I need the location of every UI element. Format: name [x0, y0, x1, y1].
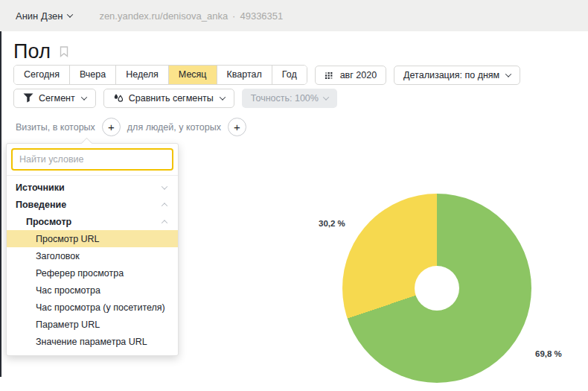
segment-label: Сегмент [39, 93, 75, 104]
people-condition-label: для людей, у которых [127, 122, 221, 133]
detalization-label: Детализация: по дням [403, 70, 499, 80]
list-item-label: Заголовок [36, 251, 80, 261]
counter-switcher[interactable]: Анин Дзен [16, 10, 72, 22]
title-row: Пол [13, 40, 68, 63]
counter-name: Анин Дзен [16, 10, 63, 22]
list-item[interactable]: Реферер просмотра [7, 264, 178, 282]
chevron-up-icon [162, 203, 167, 209]
list-item[interactable]: Час просмотра (у посетителя) [7, 299, 178, 316]
list-item-label: Реферер просмотра [36, 268, 124, 279]
list-item-label: Значение параметра URL [36, 337, 147, 347]
list-item[interactable]: Параметр URL [7, 316, 178, 333]
window-left-edge [0, 0, 1, 377]
tab-yesterday[interactable]: Вчера [69, 66, 115, 84]
date-range-label: авг 2020 [340, 70, 377, 80]
chevron-down-icon [80, 94, 86, 100]
list-item[interactable]: Значение параметра URL [7, 333, 178, 350]
accuracy-label: Точность: 100% [251, 93, 319, 104]
tab-month[interactable]: Месяц [168, 66, 217, 84]
accuracy-button[interactable]: Точность: 100% [242, 89, 337, 108]
detalization-button[interactable]: Детализация: по дням [394, 66, 520, 85]
list-item-label: Источники [16, 182, 65, 193]
dot-separator: · [232, 10, 235, 22]
tab-today[interactable]: Сегодня [14, 66, 69, 84]
gender-donut-chart[interactable] [342, 194, 531, 383]
metrica-report-page: Анин Дзен zen.yandex.ru/denisova_anka · … [0, 0, 588, 391]
segment-button[interactable]: Сегмент [13, 89, 96, 108]
list-item-label: Просмотр URL [36, 234, 100, 244]
list-item-label: Параметр URL [36, 320, 100, 330]
add-people-condition-button[interactable]: + [228, 118, 246, 136]
list-item-label: Просмотр [26, 217, 71, 227]
slice-label-green: 69,8 % [535, 349, 562, 358]
period-row: Сегодня Вчера Неделя Месяц Квартал Год а… [13, 65, 520, 85]
list-item-label: Час просмотра (у посетителя) [36, 302, 165, 313]
list-item-label: Поведение [16, 200, 66, 210]
chevron-down-icon [67, 11, 73, 17]
compare-segments-label: Сравнить сегменты [129, 93, 214, 104]
compare-segments-button[interactable]: Сравнить сегменты [103, 89, 234, 108]
slice-label-yellow: 30,2 % [319, 219, 345, 228]
condition-dropdown: ИсточникиПоведениеПросмотрПросмотр URLЗа… [6, 143, 179, 356]
donut-hole [415, 266, 459, 311]
list-item[interactable]: Источники [7, 179, 178, 196]
list-item[interactable]: Час просмотра [7, 282, 178, 299]
filter-row: Визиты, в которых + для людей, у которых… [16, 118, 246, 136]
funnel-icon [23, 93, 33, 104]
counter-domain: zen.yandex.ru/denisova_anka [99, 10, 228, 22]
plus-icon: + [234, 121, 240, 133]
list-item-label: Час просмотра [36, 285, 100, 296]
period-tabs: Сегодня Вчера Неделя Месяц Квартал Год [13, 65, 307, 85]
add-visit-condition-button[interactable]: + [102, 118, 121, 136]
calendar-dots-icon [325, 70, 335, 80]
bookmark-icon[interactable] [60, 46, 68, 60]
topbar: Анин Дзен zen.yandex.ru/denisova_anka · … [0, 0, 588, 31]
page-title: Пол [13, 40, 51, 63]
chevron-down-icon [505, 71, 511, 77]
search-input[interactable] [11, 148, 173, 171]
list-item[interactable]: Просмотр URL [7, 230, 178, 247]
list-item[interactable]: Просмотр [7, 213, 178, 230]
chevron-down-icon [323, 94, 329, 100]
list-item[interactable]: Заголовок [7, 247, 178, 264]
counter-id: 49336351 [240, 10, 283, 22]
chevron-down-icon [220, 94, 226, 100]
visits-condition-label: Визиты, в которых [16, 122, 95, 133]
tab-week[interactable]: Неделя [115, 66, 168, 84]
list-item[interactable]: Поведение [7, 196, 178, 213]
date-range-button[interactable]: авг 2020 [315, 66, 386, 85]
counter-url: zen.yandex.ru/denisova_anka · 49336351 [99, 10, 283, 22]
segment-row: Сегмент Сравнить сегменты Точность: 100% [13, 89, 337, 108]
tab-quarter[interactable]: Квартал [217, 66, 272, 84]
condition-list: ИсточникиПоведениеПросмотрПросмотр URLЗа… [7, 176, 178, 355]
clipped-list-item [7, 350, 178, 355]
droplets-icon [113, 93, 124, 104]
chevron-down-icon [162, 183, 167, 189]
plus-icon: + [108, 121, 115, 133]
dropdown-pointer [81, 138, 93, 150]
tab-year[interactable]: Год [272, 66, 307, 84]
chevron-up-icon [162, 220, 167, 226]
